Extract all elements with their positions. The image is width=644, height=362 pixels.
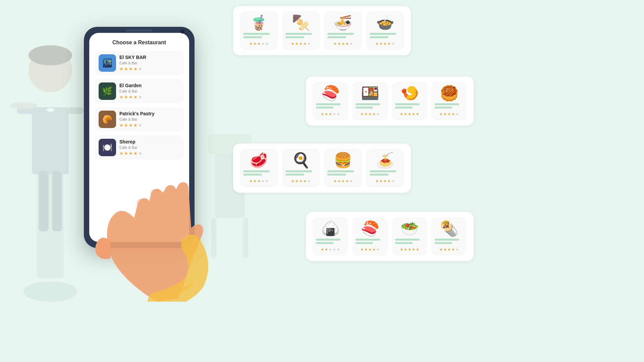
star-icon: ★ <box>124 66 128 71</box>
food-icon: 🍜 <box>334 15 352 30</box>
food-icon: 🍢 <box>292 15 310 30</box>
food-grid-4: 🍙 ★★★★★ 🍣 ★★★★★ 🥗 ★★★★★ 🌯 ★★★★★ <box>306 212 474 268</box>
phone-speaker <box>126 29 153 32</box>
restaurant-type: Cafe & Bar <box>119 61 180 65</box>
star-icon: ★ <box>138 95 142 100</box>
restaurant-stars: ★★★★★ <box>119 95 180 100</box>
star-icon: ★ <box>138 123 142 128</box>
food-item: 🍣 ★★★★★ <box>313 82 348 120</box>
food-icon: 🍳 <box>292 153 310 168</box>
restaurant-thumbnail: 🌃 <box>99 54 116 72</box>
food-icon: 🥩 <box>250 153 268 168</box>
food-item: 🥗 ★★★★★ <box>392 217 427 256</box>
restaurant-thumbnail: 🥐 <box>99 111 116 128</box>
svg-rect-8 <box>39 171 49 231</box>
svg-point-0 <box>23 282 77 302</box>
star-icon: ★ <box>133 66 138 71</box>
food-item: 🌯 ★★★★★ <box>431 217 467 256</box>
restaurant-stars: ★★★★★ <box>119 66 180 71</box>
svg-point-3 <box>29 45 72 65</box>
food-icon: 🍱 <box>361 86 379 101</box>
food-item: 🥮 ★★★★★ <box>431 82 467 120</box>
food-grid-1: 🧋 ★★★★★ 🍢 ★★★★★ 🍜 ★★★★★ 🍲 ★★★★★ <box>233 6 411 62</box>
food-icon: 🍲 <box>376 15 394 30</box>
star-icon: ★ <box>129 95 133 100</box>
food-icon: 🍝 <box>376 153 394 168</box>
food-item: 🍙 ★★★★★ <box>313 217 348 256</box>
food-grid-2: 🍣 ★★★★★ 🍱 ★★★★★ 🍤 ★★★★★ 🥮 ★★★★★ <box>306 76 474 132</box>
food-icon: 🥗 <box>400 221 419 236</box>
food-icon: 🍣 <box>321 86 340 101</box>
food-icon: 🍤 <box>400 86 419 101</box>
svg-rect-9 <box>52 171 62 231</box>
hand-illustration <box>91 127 231 302</box>
restaurant-type: Cafe & Bar <box>119 117 180 121</box>
food-item: 🍜 ★★★★★ <box>324 11 362 50</box>
food-icon: 🌯 <box>440 221 459 236</box>
star-icon: ★ <box>119 66 123 71</box>
restaurant-info: El SKY BARCafe & Bar★★★★★ <box>119 55 180 71</box>
food-icon: 🍣 <box>361 221 379 236</box>
svg-rect-14 <box>243 218 248 258</box>
food-item: 🍤 ★★★★★ <box>392 82 427 120</box>
food-icon: 🍙 <box>321 221 340 236</box>
food-item: 🍣 ★★★★★ <box>352 217 388 256</box>
restaurant-stars: ★★★★★ <box>119 123 180 128</box>
food-item: 🍔 ★★★★★ <box>324 149 362 187</box>
food-icon: 🍔 <box>334 153 352 168</box>
food-item: 🥩 ★★★★★ <box>240 149 278 187</box>
restaurant-name: El Garden <box>119 83 180 88</box>
star-icon: ★ <box>138 66 142 71</box>
restaurant-name: El SKY BAR <box>119 55 180 60</box>
svg-point-10 <box>10 102 37 109</box>
restaurant-thumbnail: 🌿 <box>99 82 116 100</box>
restaurant-item-0[interactable]: 🌃El SKY BARCafe & Bar★★★★★ <box>95 51 184 75</box>
food-item: 🍳 ★★★★★ <box>282 149 320 187</box>
food-item: 🍢 ★★★★★ <box>282 11 320 50</box>
food-item: 🍱 ★★★★★ <box>352 82 388 120</box>
restaurant-info: Patrick's PastryCafe & Bar★★★★★ <box>119 111 180 128</box>
phone-camera <box>180 29 184 34</box>
star-icon: ★ <box>129 123 133 128</box>
restaurant-name: Patrick's Pastry <box>119 111 180 117</box>
star-icon: ★ <box>124 123 128 128</box>
svg-rect-4 <box>32 107 69 174</box>
food-item: 🧋 ★★★★★ <box>240 11 278 50</box>
star-icon: ★ <box>119 123 123 128</box>
food-item: 🍲 ★★★★★ <box>366 11 405 50</box>
food-grid-3: 🥩 ★★★★★ 🍳 ★★★★★ 🍔 ★★★★★ 🍝 ★★★★★ <box>233 143 411 199</box>
food-item: 🍝 ★★★★★ <box>366 149 405 187</box>
restaurant-item-1[interactable]: 🌿El GardenCafe & Bar★★★★★ <box>95 79 184 103</box>
star-icon: ★ <box>129 66 133 71</box>
restaurant-info: El GardenCafe & Bar★★★★★ <box>119 83 180 100</box>
restaurant-type: Cafe & Bar <box>119 89 180 93</box>
star-icon: ★ <box>124 95 128 100</box>
star-icon: ★ <box>119 95 123 100</box>
phone-title: Choose a Restaurant <box>95 40 184 46</box>
food-icon: 🥮 <box>440 86 459 101</box>
star-icon: ★ <box>133 95 138 100</box>
food-icon: 🧋 <box>250 15 268 30</box>
star-icon: ★ <box>133 123 138 128</box>
